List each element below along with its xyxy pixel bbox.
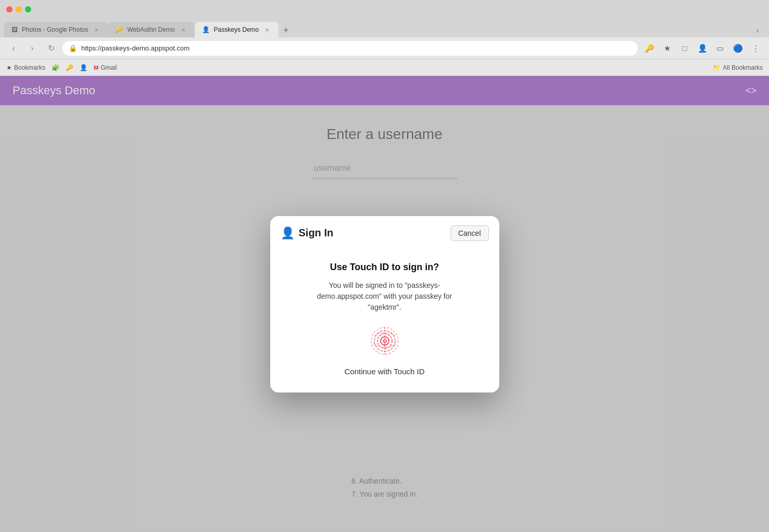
tab-passkeys-close[interactable]: ✕ bbox=[263, 26, 271, 34]
modal-header: 👤 Sign In Cancel bbox=[270, 216, 499, 249]
url-text: https://passkeys-demo.appspot.com bbox=[81, 44, 632, 52]
continue-with-touch-id-button[interactable]: Continue with Touch ID bbox=[345, 367, 425, 376]
tab-photos-icon: 🖼 bbox=[11, 26, 18, 33]
extensions-icon[interactable]: □ bbox=[677, 41, 692, 56]
bookmark-gmail[interactable]: M Gmail bbox=[94, 64, 117, 71]
page-content: Passkeys Demo <> Enter a username 6. Aut… bbox=[0, 76, 769, 532]
modal-title-row: 👤 Sign In bbox=[281, 226, 334, 240]
signin-modal: 👤 Sign In Cancel Use Touch ID to sign in… bbox=[270, 216, 499, 392]
bookmark-person[interactable]: 👤 bbox=[80, 64, 87, 71]
cancel-button[interactable]: Cancel bbox=[450, 225, 489, 241]
tab-photos-close[interactable]: ✕ bbox=[92, 26, 100, 34]
modal-person-icon: 👤 bbox=[281, 226, 295, 240]
bookmark-extensions[interactable]: 🧩 bbox=[52, 64, 59, 71]
tab-webauthn-icon: 🔑 bbox=[115, 26, 123, 33]
forward-button[interactable]: › bbox=[25, 41, 40, 56]
bookmark-bookmarks-label: Bookmarks bbox=[14, 64, 45, 71]
tab-webauthn[interactable]: 🔑 WebAuthn Demo ✕ bbox=[108, 22, 194, 37]
modal-main-title: Use Touch ID to sign in? bbox=[330, 262, 439, 273]
tab-passkeys[interactable]: 👤 Passkeys Demo ✕ bbox=[195, 22, 279, 37]
folder-icon: 📁 bbox=[713, 64, 721, 71]
modal-body: Use Touch ID to sign in? You will be sig… bbox=[270, 249, 499, 392]
bookmark-bookmarks[interactable]: ★ Bookmarks bbox=[6, 64, 45, 71]
bookmark-person-icon: 👤 bbox=[80, 64, 87, 71]
account-icon[interactable]: 👤 bbox=[695, 41, 710, 56]
modal-description: You will be signed in to "passkeys-demo.… bbox=[301, 280, 468, 313]
maximize-button[interactable] bbox=[25, 6, 31, 12]
toolbar: ‹ › ↻ 🔒 https://passkeys-demo.appspot.co… bbox=[0, 37, 769, 59]
traffic-lights bbox=[6, 6, 31, 12]
bookmark-gmail-icon: M bbox=[94, 65, 98, 71]
all-bookmarks[interactable]: 📁 All Bookmarks bbox=[713, 64, 763, 71]
bookmark-star-icon: ★ bbox=[6, 64, 12, 71]
fingerprint-icon[interactable] bbox=[369, 325, 400, 357]
toolbar-icons: 🔑 ★ □ 👤 ▭ 🔵 ⋮ bbox=[642, 41, 763, 56]
bookmark-gmail-label: Gmail bbox=[100, 64, 117, 71]
tab-overflow-chevron[interactable]: › bbox=[750, 23, 765, 37]
back-button[interactable]: ‹ bbox=[6, 41, 21, 56]
tab-photos-label: Photos - Google Photos bbox=[22, 26, 88, 33]
bookmark-key-icon: 🔑 bbox=[66, 64, 73, 71]
tab-photos[interactable]: 🖼 Photos - Google Photos ✕ bbox=[4, 22, 108, 37]
tab-passkeys-label: Passkeys Demo bbox=[214, 26, 259, 33]
close-button[interactable] bbox=[6, 6, 12, 12]
bookmarks-bar: ★ Bookmarks 🧩 🔑 👤 M Gmail 📁 All Bookmark… bbox=[0, 59, 769, 76]
modal-title: Sign In bbox=[299, 227, 334, 239]
minimize-button[interactable] bbox=[16, 6, 22, 12]
tab-webauthn-label: WebAuthn Demo bbox=[127, 26, 174, 33]
modal-overlay: 👤 Sign In Cancel Use Touch ID to sign in… bbox=[0, 76, 769, 532]
bookmark-key[interactable]: 🔑 bbox=[66, 64, 73, 71]
tab-webauthn-close[interactable]: ✕ bbox=[179, 26, 187, 34]
bookmark-extensions-icon: 🧩 bbox=[52, 64, 59, 71]
title-bar bbox=[0, 0, 769, 19]
security-icon: 🔒 bbox=[69, 44, 77, 52]
browser-window: 🖼 Photos - Google Photos ✕ 🔑 WebAuthn De… bbox=[0, 0, 769, 532]
new-tab-button[interactable]: + bbox=[279, 23, 293, 37]
reload-button[interactable]: ↻ bbox=[44, 41, 58, 56]
address-bar[interactable]: 🔒 https://passkeys-demo.appspot.com bbox=[62, 41, 638, 56]
tab-passkeys-icon: 👤 bbox=[202, 26, 210, 33]
passkey-icon[interactable]: 🔑 bbox=[642, 41, 657, 56]
all-bookmarks-label: All Bookmarks bbox=[723, 64, 763, 71]
cast-icon[interactable]: ▭ bbox=[713, 41, 727, 56]
profile-icon[interactable]: 🔵 bbox=[730, 41, 745, 56]
bookmark-star-icon[interactable]: ★ bbox=[660, 41, 674, 56]
menu-icon[interactable]: ⋮ bbox=[748, 41, 763, 56]
tab-bar: 🖼 Photos - Google Photos ✕ 🔑 WebAuthn De… bbox=[0, 19, 769, 37]
